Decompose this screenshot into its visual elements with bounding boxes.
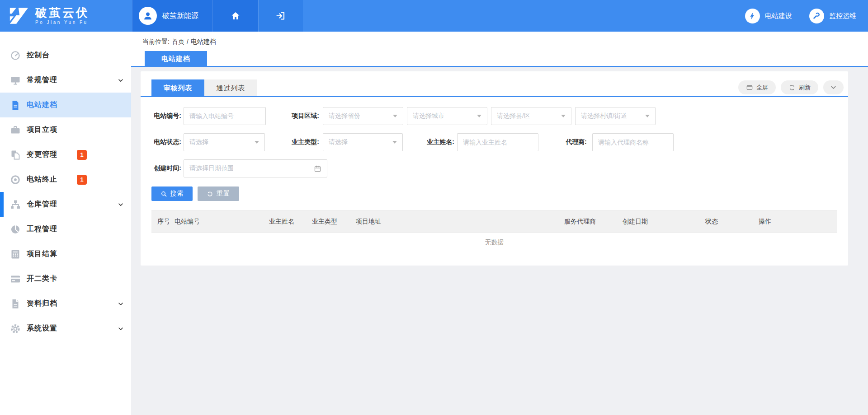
village-select[interactable]: 请选择村镇/街道: [575, 107, 656, 125]
archive-file-icon: [10, 298, 21, 309]
caret-down-icon: [645, 115, 650, 117]
sidebar-item-label: 变更管理: [27, 150, 57, 159]
col-create-date: 创建日期: [623, 218, 705, 226]
sidebar-item-label: 系统设置: [27, 324, 57, 333]
village-placeholder: 请选择村镇/街道: [581, 112, 627, 120]
sidebar-item-label: 仓库管理: [27, 200, 57, 209]
nav-monitor-ops[interactable]: 监控运维: [809, 9, 856, 23]
chevron-down-icon: [118, 77, 124, 84]
sidebar-item-data-archive[interactable]: 资料归档: [0, 291, 131, 316]
brand-title: 破茧云伏: [35, 7, 90, 19]
sidebar-item-label: 电站终止: [27, 175, 57, 184]
company-name: 破茧新能源: [162, 11, 198, 21]
caret-down-icon: [255, 141, 259, 144]
sidebar-item-station-terminate[interactable]: 电站终止 1: [0, 167, 131, 192]
tab-passed-list[interactable]: 通过列表: [204, 79, 257, 96]
calculator-icon: [10, 249, 21, 260]
fullscreen-icon: [746, 84, 753, 91]
home-button[interactable]: [212, 0, 258, 32]
station-status-select[interactable]: 请选择: [184, 133, 265, 151]
chevron-down-icon: [830, 84, 837, 91]
sidebar-item-station-archive[interactable]: 电站建档: [0, 93, 131, 117]
city-placeholder: 请选择城市: [413, 112, 444, 120]
refresh-button[interactable]: 刷新: [781, 80, 818, 94]
agent-input[interactable]: [592, 133, 674, 151]
bolt-icon: [745, 9, 760, 23]
sidebar-item-label: 开二类卡: [27, 274, 57, 284]
date-range-picker[interactable]: 请选择日期范围: [184, 159, 327, 177]
owner-type-select[interactable]: 请选择: [323, 133, 403, 151]
search-button[interactable]: 搜索: [151, 187, 193, 201]
sidebar-item-engineering-mgmt[interactable]: 工程管理: [0, 217, 131, 242]
sidebar-item-label: 控制台: [27, 51, 50, 60]
sidebar-item-change-mgmt[interactable]: 变更管理 1: [0, 142, 131, 167]
page-tab-station-archive[interactable]: 电站建档: [145, 51, 207, 66]
province-select[interactable]: 请选择省份: [323, 107, 403, 125]
caret-down-icon: [477, 115, 481, 117]
logout-button[interactable]: [258, 0, 303, 32]
pie-chart-icon: [10, 224, 21, 235]
breadcrumb-separator: /: [187, 38, 189, 46]
col-owner-type: 业主类型: [312, 218, 356, 226]
sidebar-item-general-mgmt[interactable]: 常规管理: [0, 68, 131, 93]
date-range-placeholder: 请选择日期范围: [189, 164, 234, 173]
owner-name-label: 业主姓名:: [424, 138, 454, 146]
filter-buttons: 搜索 重置: [141, 177, 848, 201]
breadcrumb-label: 当前位置:: [142, 38, 170, 46]
sidebar-item-project-initiation[interactable]: 项目立项: [0, 117, 131, 142]
nav-station-build-label: 电站建设: [765, 12, 792, 20]
sidebar-item-label: 电站建档: [27, 100, 57, 110]
content-area: 审核列表 通过列表 全屏 刷新: [131, 67, 868, 415]
col-actions: 操作: [759, 218, 837, 226]
col-owner-name: 业主姓名: [269, 218, 312, 226]
fullscreen-label: 全屏: [756, 84, 768, 92]
sidebar-item-system-settings[interactable]: 系统设置: [0, 316, 131, 341]
fullscreen-button[interactable]: 全屏: [738, 80, 776, 94]
reset-button[interactable]: 重置: [198, 187, 239, 201]
sidebar-item-warehouse-mgmt[interactable]: 仓库管理: [0, 192, 131, 217]
station-no-input[interactable]: [184, 107, 266, 125]
table-header: 序号 电站编号 业主姓名 业主类型 项目地址 服务代理商 创建日期 状态 操作: [151, 210, 837, 233]
sidebar-item-label: 项目结算: [27, 249, 57, 259]
station-status-label: 电站状态:: [151, 138, 181, 146]
filter-row-2: 电站状态: 请选择 业主类型: 请选择 业主姓名: 代理商:: [151, 133, 837, 151]
gear-icon: [10, 323, 21, 334]
sidebar-item-project-settlement[interactable]: 项目结算: [0, 242, 131, 266]
sidebar-item-label: 常规管理: [27, 75, 57, 85]
panel-tabs-row: 审核列表 通过列表 全屏 刷新: [141, 79, 848, 97]
owner-name-input[interactable]: [457, 133, 538, 151]
refresh-label: 刷新: [799, 84, 811, 92]
chevron-down-icon: [118, 201, 124, 208]
county-placeholder: 请选择县/区: [497, 112, 530, 120]
monitor-icon: [10, 75, 21, 86]
panel-card: 审核列表 通过列表 全屏 刷新: [141, 71, 848, 266]
filter-form: 电站编号: 项目区域: 请选择省份 请选择城市 请选择县/区: [141, 97, 848, 177]
caret-down-icon: [393, 115, 397, 117]
brand-subtitle: Po Jian Yun Fu: [35, 20, 90, 25]
filter-row-3: 创建时间: 请选择日期范围: [151, 159, 837, 177]
status-badge: 1: [77, 150, 87, 160]
breadcrumb-band: 当前位置: 首页 / 电站建档 电站建档: [131, 32, 868, 67]
tab-review-list[interactable]: 审核列表: [151, 79, 204, 96]
gauge-icon: [10, 50, 21, 61]
sidebar-item-open-card[interactable]: 开二类卡: [0, 266, 131, 291]
copy-icon: [10, 149, 21, 160]
status-placeholder: 请选择: [189, 138, 208, 146]
owner-type-label: 业主类型:: [288, 138, 319, 146]
county-select[interactable]: 请选择县/区: [491, 107, 571, 125]
sidebar-item-console[interactable]: 控制台: [0, 43, 131, 68]
panel-actions: 全屏 刷新: [738, 80, 844, 94]
nav-station-build[interactable]: 电站建设: [745, 9, 792, 23]
breadcrumb: 当前位置: 首页 / 电站建档: [142, 38, 868, 46]
briefcase-icon: [10, 125, 21, 135]
collapse-button[interactable]: [823, 80, 844, 94]
brand-logo-icon: [9, 7, 29, 24]
region-label: 项目区域:: [288, 112, 319, 120]
breadcrumb-current: 电站建档: [191, 38, 216, 46]
nav-monitor-ops-label: 监控运维: [829, 12, 856, 20]
user-menu[interactable]: 破茧新能源: [132, 0, 212, 32]
city-select[interactable]: 请选择城市: [407, 107, 487, 125]
breadcrumb-home-link[interactable]: 首页: [172, 38, 184, 46]
avatar: [139, 7, 157, 25]
col-status: 状态: [705, 218, 759, 226]
